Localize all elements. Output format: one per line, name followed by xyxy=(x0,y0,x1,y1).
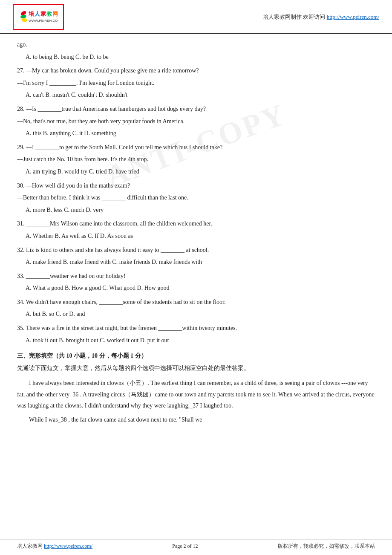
svg-text:培: 培 xyxy=(28,11,35,17)
header-right-text: 培人家教网制作 欢迎访问 xyxy=(263,14,325,20)
footer-left: 培人家教网 http://www.peiren.com/ xyxy=(17,543,92,550)
q30-text: 30. ---How well did you do in the maths … xyxy=(17,180,375,192)
q29-sub: ---Just catch the No. 10 bus from here. … xyxy=(17,154,375,165)
q28-options: A. this B. anything C. it D. something xyxy=(26,128,375,139)
question-34: 34. We didn't have enough chairs, ______… xyxy=(17,297,375,320)
q35-options: A. took it out B. brought it out C. work… xyxy=(26,335,375,347)
q29-text: 29. ---I ________to get to the South Mal… xyxy=(17,142,375,153)
logo-inner: 培 人 家 教 网 WWW.PEIREN.COM xyxy=(19,9,58,25)
q33-options: A. What a good B. How a good C. What goo… xyxy=(26,283,375,294)
svg-text:WWW.PEIREN.COM: WWW.PEIREN.COM xyxy=(29,19,58,23)
footer-left-link[interactable]: http://www.peiren.com/ xyxy=(44,543,92,549)
q34-text: 34. We didn't have enough chairs, ______… xyxy=(17,297,375,308)
section3-para2: While I was_38 , the fat clown came and … xyxy=(17,414,375,426)
section3-instruction: 先通读下面短文，掌握大意，然后从每题的四个选项中选择可以相应空白处的最佳答案。 xyxy=(17,363,375,374)
question-31: 31. ________Mrs Wilson came into the cla… xyxy=(17,218,375,242)
q27-text: 27. ---My car has broken down. Could you… xyxy=(17,65,375,77)
question-30: 30. ---How well did you do in the maths … xyxy=(17,180,375,216)
header-link[interactable]: http://www.peiren.com/ xyxy=(327,14,379,20)
q33-text: 33. ________weather we had on our holida… xyxy=(17,271,375,282)
question-32: 32. Liz is kind to others and she has al… xyxy=(17,245,375,268)
svg-text:人: 人 xyxy=(34,11,40,17)
svg-text:网: 网 xyxy=(52,11,58,17)
q30-sub: ---Better than before. I think it was __… xyxy=(17,192,375,204)
question-35: 35. There was a fire in the street last … xyxy=(17,323,375,346)
question-33: 33. ________weather we had on our holida… xyxy=(17,271,375,294)
q27-sub: ---I'm sorry I _________. I'm leaving fo… xyxy=(17,78,375,89)
logo-area: 培 人 家 教 网 WWW.PEIREN.COM xyxy=(13,4,64,30)
q34-options: A. but B. so C. or D. and xyxy=(26,309,375,320)
question-29: 29. ---I ________to get to the South Mal… xyxy=(17,142,375,178)
ago-line: ago. xyxy=(17,39,375,51)
q31-options: A. Whether B. As well as C. If D. As soo… xyxy=(26,231,375,242)
question-28: 28. ---Is ________true that Americans ea… xyxy=(17,104,375,139)
footer: 培人家教网 http://www.peiren.com/ Page 2 of 1… xyxy=(0,540,392,550)
section3-header: 三、完形填空（共 10 小题，10 分，每小题 1 分） xyxy=(17,350,375,361)
q28-sub: ---No, that's not true, but they are bot… xyxy=(17,116,375,127)
footer-left-text: 培人家教网 xyxy=(17,543,43,549)
header: 培 人 家 教 网 WWW.PEIREN.COM 培人家教网制作 欢迎访问 ht… xyxy=(0,0,392,34)
logo-svg: 培 人 家 教 网 WWW.PEIREN.COM xyxy=(19,9,58,25)
q31-text: 31. ________Mrs Wilson came into the cla… xyxy=(17,218,375,230)
section3-para1: I have always been interested in clowns（… xyxy=(17,378,375,412)
top-continuation: ago. A. to being B. being C. be D. to be xyxy=(17,39,375,63)
footer-center: Page 2 of 12 xyxy=(172,543,198,549)
q32-text: 32. Liz is kind to others and she has al… xyxy=(17,245,375,256)
q28-text: 28. ---Is ________true that Americans ea… xyxy=(17,104,375,115)
q35-text: 35. There was a fire in the street last … xyxy=(17,323,375,334)
question-27: 27. ---My car has broken down. Could you… xyxy=(17,65,375,101)
q30-options: A. more B. less C. much D. very xyxy=(26,205,375,216)
svg-text:家: 家 xyxy=(40,11,46,17)
footer-right: 版权所有，转载必究，如需修改，联系本站 xyxy=(278,543,375,550)
header-right: 培人家教网制作 欢迎访问 http://www.peiren.com/ xyxy=(263,13,379,21)
logo-top: 培 人 家 教 网 WWW.PEIREN.COM xyxy=(19,9,58,25)
svg-text:教: 教 xyxy=(46,11,52,17)
main-content: ago. A. to being B. being C. be D. to be… xyxy=(0,34,392,436)
q29-options: A. am trying B. would try C. tried D. ha… xyxy=(26,166,375,178)
options-abc: A. to being B. being C. be D. to be xyxy=(26,52,375,63)
q32-options: A. make friend B. make friend with C. ma… xyxy=(26,257,375,268)
q27-options: A. can't B. mustn't C. couldn't D. shoul… xyxy=(26,90,375,101)
page-container: ANTI-COPY 培 人 xyxy=(0,0,392,555)
logo-box: 培 人 家 教 网 WWW.PEIREN.COM xyxy=(13,4,64,30)
